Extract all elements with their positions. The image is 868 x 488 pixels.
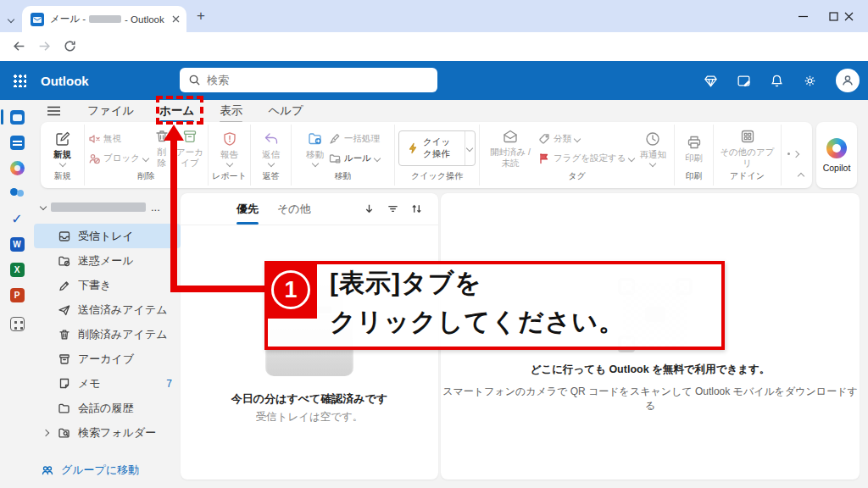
outlook-header: Outlook — [0, 61, 868, 100]
folder-label: 受信トレイ — [78, 229, 134, 244]
print-button[interactable]: 印刷 — [685, 134, 703, 164]
arrow-down-icon[interactable] — [363, 202, 376, 215]
rules-button[interactable]: ルール — [329, 152, 380, 164]
ribbon-group-move: 移動 一括処理 ルール 移動 — [292, 125, 395, 186]
quick-steps-button[interactable]: クイック操作 — [398, 130, 476, 166]
notifications-bell-icon[interactable] — [770, 74, 784, 88]
print-icon — [686, 134, 703, 151]
search-input[interactable] — [207, 74, 410, 86]
quick-steps-chevron-icon[interactable] — [465, 131, 475, 165]
categorize-icon — [538, 133, 550, 145]
sweep-icon — [329, 133, 341, 145]
browser-toolbar: outlook.live.com/mail/ — [0, 32, 868, 61]
ribbon-overflow-chevron-icon[interactable] — [793, 151, 799, 158]
more-apps-button[interactable]: その他のアプリ — [717, 128, 777, 168]
new-tab-button[interactable]: + — [197, 8, 205, 25]
active-indicator — [1, 109, 3, 125]
rail-more-apps-icon[interactable] — [0, 312, 34, 336]
folder-item[interactable]: 検索フォルダー — [34, 420, 181, 445]
folder-label: 送信済みアイテム — [78, 302, 168, 318]
folder-label: 下書き — [78, 278, 111, 293]
ribbon-collapse-icon[interactable] — [798, 173, 804, 180]
sweep-button[interactable]: 一括処理 — [329, 133, 380, 145]
go-to-groups-link[interactable]: グループに移動 — [34, 463, 139, 478]
tab-view[interactable]: 表示 — [218, 102, 244, 120]
folder-label: アーカイブ — [78, 352, 134, 367]
empty-state-title: 今日の分はすべて確認済みです — [181, 391, 438, 407]
read-unread-button[interactable]: 開封済み / 未読 — [487, 128, 533, 168]
quick-steps-icon — [407, 142, 419, 154]
folder-item[interactable]: 下書き — [34, 273, 181, 297]
ribbon-group-report: 報告 レポート — [209, 125, 251, 186]
browser-tab[interactable]: メール - - Outlook — [22, 6, 186, 32]
block-button[interactable]: ブロック — [88, 152, 148, 164]
report-shield-icon — [221, 130, 238, 147]
groups-icon — [41, 463, 54, 477]
folder-pane: ... 受信トレイ迷惑メール下書き送信済みアイテム削除済みアイテムアーカイブメモ… — [34, 195, 181, 480]
snooze-button[interactable]: 再通知 — [639, 130, 666, 167]
rail-calendar-icon[interactable] — [0, 130, 34, 154]
rail-mail-icon[interactable] — [0, 105, 34, 129]
search-icon — [188, 74, 201, 86]
app-launcher-icon[interactable] — [0, 61, 39, 100]
folder-item[interactable]: 迷惑メール — [34, 248, 181, 273]
copilot-button[interactable]: Copilot — [816, 122, 857, 188]
folder-item[interactable]: アーカイブ — [34, 347, 181, 371]
annotation-arrow-horizontal-line — [170, 286, 268, 292]
tab-file[interactable]: ファイル — [86, 102, 136, 120]
premium-diamond-icon[interactable] — [704, 74, 718, 88]
history-folder-icon — [58, 402, 71, 415]
app-rail: ✓ W X P — [0, 100, 34, 488]
folder-count-badge: 7 — [166, 378, 175, 390]
search-box[interactable] — [180, 68, 437, 92]
window-close-icon[interactable] — [831, 0, 866, 32]
account-avatar[interactable] — [836, 69, 860, 92]
reload-icon[interactable] — [63, 39, 77, 53]
report-button[interactable]: 報告 — [220, 130, 238, 167]
new-mail-button[interactable]: 新規 — [53, 130, 71, 167]
folder-item[interactable]: 削除済みアイテム — [34, 322, 181, 347]
reply-button[interactable]: 返信 — [262, 130, 280, 167]
browser-tab-title: メール - - Outlook — [50, 13, 164, 25]
folder-label: 削除済みアイテム — [78, 327, 168, 342]
folder-item[interactable]: 会話の履歴 — [34, 396, 181, 420]
move-button[interactable]: 移動 — [306, 130, 324, 167]
rail-word-icon[interactable]: W — [0, 232, 34, 256]
settings-gear-icon[interactable] — [803, 74, 817, 88]
sort-icon[interactable] — [410, 202, 423, 215]
tab-close-icon[interactable] — [172, 15, 180, 23]
flag-button[interactable]: フラグを設定する — [538, 152, 634, 164]
account-header[interactable]: ... — [34, 195, 181, 219]
tab-help[interactable]: ヘルプ — [266, 102, 304, 120]
snooze-icon — [644, 130, 661, 147]
expand-chevron-icon[interactable] — [41, 430, 51, 435]
ribbon-group-respond: 返信 返答 — [251, 125, 292, 186]
rail-todo-icon[interactable]: ✓ — [0, 207, 34, 230]
promo-title: どこに行っても Outlook を無料で利用できます。 — [441, 363, 860, 377]
filter-icon[interactable] — [387, 202, 399, 215]
tab-search-chevron-icon[interactable] — [8, 10, 14, 25]
categorize-button[interactable]: 分類 — [538, 133, 634, 145]
back-icon[interactable] — [12, 39, 26, 53]
tab-other[interactable]: その他 — [277, 202, 311, 217]
folder-item[interactable]: 送信済みアイテム — [34, 297, 181, 322]
folder-item[interactable]: メモ7 — [34, 371, 181, 396]
ignore-button[interactable]: 無視 — [88, 133, 148, 145]
outlook-favicon — [31, 13, 44, 26]
flag-icon — [538, 152, 550, 164]
tab-focused[interactable]: 優先 — [236, 202, 259, 217]
group-label: 新規 — [44, 169, 81, 184]
ribbon-hamburger-icon[interactable] — [47, 106, 60, 116]
folder-item[interactable]: 受信トレイ — [34, 224, 181, 248]
message-list-header: 優先 その他 — [181, 193, 438, 225]
rail-powerpoint-icon[interactable]: P — [0, 283, 34, 307]
sent-icon — [58, 303, 71, 317]
junk-icon — [58, 254, 71, 268]
rail-people-icon[interactable] — [0, 181, 34, 205]
feedback-icon[interactable] — [737, 74, 751, 88]
rail-copilot-icon[interactable] — [0, 156, 34, 180]
more-apps-icon — [739, 128, 756, 145]
read-unread-icon — [502, 128, 519, 145]
forward-icon[interactable] — [37, 39, 52, 53]
rail-excel-icon[interactable]: X — [0, 258, 34, 281]
